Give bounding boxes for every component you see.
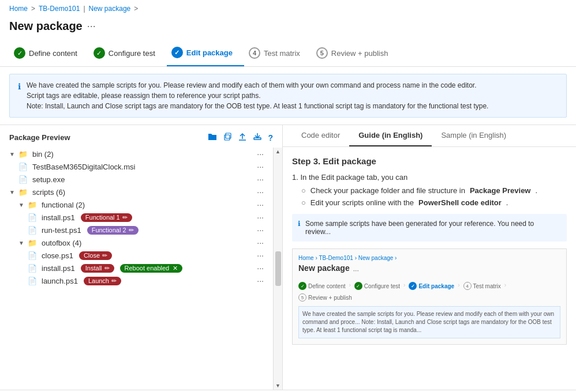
file-runtest-name: run-test.ps1: [42, 226, 81, 235]
tree-item-msi[interactable]: 📄 TestBaseM365DigitalClock.msi ···: [0, 160, 273, 173]
expand-functional[interactable]: ▼: [18, 202, 24, 208]
tree-item-scripts[interactable]: ▼ 📁 scripts (6) ···: [0, 186, 273, 198]
breadcrumb-home[interactable]: Home: [9, 5, 28, 13]
svg-rect-1: [226, 133, 231, 138]
tree-item-bin[interactable]: ▼ 📁 bin (2) ···: [0, 148, 273, 160]
install-oob-menu[interactable]: ···: [252, 263, 268, 273]
breadcrumb: Home > TB-Demo101 | New package >: [0, 0, 576, 17]
file-msi-name: TestBaseM365DigitalClock.msi: [32, 163, 135, 171]
tree-item-setup[interactable]: 📄 setup.exe ···: [0, 173, 273, 186]
tab-code-editor[interactable]: Code editor: [292, 125, 349, 146]
edit-icon-func2[interactable]: ✏: [129, 227, 134, 234]
file-setup-icon: 📄: [18, 175, 28, 184]
file-install-oob-icon: 📄: [28, 264, 37, 273]
mini-step-review: 5 Review + publish: [298, 293, 352, 301]
tab-guide-english[interactable]: Guide (in English): [349, 125, 432, 146]
close-menu[interactable]: ···: [252, 251, 268, 260]
main-content: Package Preview ?: [0, 125, 576, 390]
right-tabs: Code editor Guide (in English) Sample (i…: [283, 125, 576, 147]
expand-scripts[interactable]: ▼: [9, 189, 15, 195]
tree-item-close[interactable]: 📄 close.ps1 Close ✏ ···: [0, 249, 273, 262]
check-icon-edit: ✓: [171, 47, 183, 58]
bin-menu[interactable]: ···: [252, 149, 268, 159]
tag-install[interactable]: Install ✏: [81, 264, 114, 273]
left-scrollbar[interactable]: ▲ ▼: [273, 148, 282, 390]
edit-icon-launch[interactable]: ✏: [111, 277, 117, 285]
guide-bullet-1: Check your package folder and file struc…: [301, 186, 567, 195]
banner-text1: We have created the sample scripts for y…: [27, 80, 488, 91]
help-icon[interactable]: ?: [268, 133, 273, 142]
tree-item-functional[interactable]: ▼ 📁 functional (2) ···: [0, 198, 273, 211]
guide-bullet-2: Edit your scripts online with the PowerS…: [301, 198, 567, 207]
tag-close[interactable]: Close ✏: [79, 251, 112, 260]
edit-icon-install[interactable]: ✏: [104, 265, 110, 272]
folder-functional-icon: 📁: [28, 201, 37, 209]
banner-text3: Note: Install, Launch and Close script t…: [27, 101, 488, 111]
copy-icon[interactable]: [223, 132, 232, 143]
mini-title: New package: [298, 263, 350, 273]
page-title-menu[interactable]: ···: [87, 20, 96, 32]
outofbox-menu[interactable]: ···: [252, 238, 268, 247]
edit-icon-func1[interactable]: ✏: [122, 214, 128, 221]
check-icon-configure: ✓: [93, 47, 105, 59]
breadcrumb-sep3: >: [134, 5, 138, 13]
setup-menu[interactable]: ···: [252, 175, 268, 184]
folder-icon[interactable]: [208, 132, 217, 143]
tag-launch[interactable]: Launch ✏: [84, 277, 121, 285]
page-title: New package: [9, 20, 83, 33]
file-launch-icon: 📄: [28, 277, 37, 285]
guide-intro: 1. In the Edit package tab, you can: [292, 173, 567, 182]
step-label-review: Review + publish: [331, 49, 388, 58]
edit-icon-close[interactable]: ✏: [102, 252, 107, 259]
folder-outofbox-icon: 📁: [28, 239, 37, 247]
tree-item-launch[interactable]: 📄 launch.ps1 Launch ✏ ···: [0, 274, 273, 287]
tag-reboot[interactable]: Reboot enabled ✕: [120, 264, 183, 273]
download-icon[interactable]: [253, 132, 262, 143]
check-icon-define: ✓: [14, 47, 25, 59]
file-install-oob-name: install.ps1: [42, 264, 75, 273]
mini-breadcrumb: Home › TB-Demo101 › New package ›: [298, 255, 560, 261]
tree-scroll[interactable]: ▼ 📁 bin (2) ··· 📄 TestBaseM365DigitalClo…: [0, 148, 273, 390]
close-icon-reboot[interactable]: ✕: [173, 265, 178, 272]
tree-item-install-oob[interactable]: 📄 install.ps1 Install ✏ Reboot enabled ✕…: [0, 262, 273, 274]
functional-menu[interactable]: ···: [252, 200, 268, 209]
upload-icon[interactable]: [238, 132, 247, 143]
tag-functional2[interactable]: Functional 2 ✏: [87, 226, 139, 235]
step-test-matrix[interactable]: 4 Test matrix: [244, 40, 312, 66]
expand-bin[interactable]: ▼: [9, 151, 15, 157]
tree-item-outofbox[interactable]: ▼ 📁 outofbox (4) ···: [0, 236, 273, 249]
scroll-thumb[interactable]: [275, 251, 281, 286]
install-func-menu[interactable]: ···: [252, 213, 268, 222]
tab-sample-english[interactable]: Sample (in English): [432, 125, 515, 146]
scripts-menu[interactable]: ···: [252, 187, 268, 197]
breadcrumb-page[interactable]: New package: [89, 5, 131, 13]
msi-menu[interactable]: ···: [252, 162, 268, 171]
mini-step-edit-label: Edit package: [418, 283, 454, 289]
step-label-test: Test matrix: [264, 49, 300, 58]
tree-item-runtest[interactable]: 📄 run-test.ps1 Functional 2 ✏ ···: [0, 224, 273, 236]
scroll-up-arrow[interactable]: ▲: [275, 149, 280, 154]
mini-step-test-label: Test matrix: [473, 283, 501, 289]
expand-outofbox[interactable]: ▼: [18, 240, 24, 246]
tree-item-install-func[interactable]: 📄 install.ps1 Functional 1 ✏ ···: [0, 211, 273, 224]
launch-menu[interactable]: ···: [252, 276, 268, 285]
scroll-down-arrow[interactable]: ▼: [275, 383, 280, 389]
mini-banner: We have created the sample scripts for y…: [298, 306, 560, 338]
wizard-steps: ✓ Define content ✓ Configure test ✓ Edit…: [0, 40, 576, 67]
step-configure-test[interactable]: ✓ Configure test: [89, 40, 167, 66]
breadcrumb-sep1: >: [31, 5, 35, 13]
runtest-menu[interactable]: ···: [252, 225, 268, 235]
mini-step-review-num: 5: [298, 293, 306, 301]
step-review-publish[interactable]: 5 Review + publish: [312, 40, 400, 66]
mini-preview: Home › TB-Demo101 › New package › New pa…: [292, 248, 567, 345]
info-banner: ℹ We have created the sample scripts for…: [9, 74, 567, 118]
mini-dots: ···: [353, 266, 359, 274]
footer: Save < Previous : Configure test Next : …: [0, 390, 576, 392]
step-define-content[interactable]: ✓ Define content: [9, 40, 89, 66]
tag-functional1[interactable]: Functional 1 ✏: [81, 213, 132, 222]
mini-steps: ✓ Define content › ✓ Configure test › ✓ …: [298, 282, 560, 301]
mini-step-configure: ✓ Configure test: [354, 282, 400, 290]
mini-step-review-label: Review + publish: [308, 295, 352, 301]
breadcrumb-org[interactable]: TB-Demo101: [39, 5, 80, 13]
step-edit-package[interactable]: ✓ Edit package: [167, 40, 244, 66]
